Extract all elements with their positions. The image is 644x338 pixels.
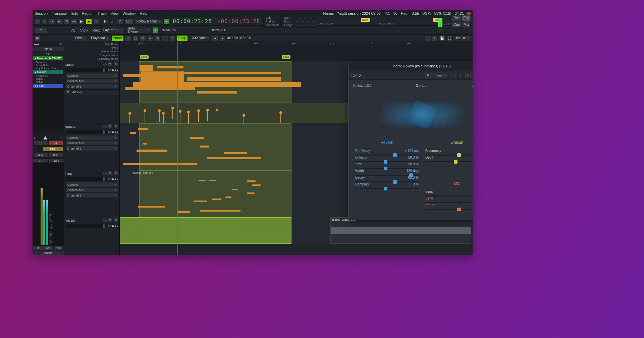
track-select[interactable]: Channel 1 — [65, 193, 118, 198]
foot-post[interactable]: Post — [53, 246, 64, 250]
midi-note[interactable] — [225, 196, 231, 198]
mute-button[interactable]: M — [108, 124, 112, 129]
plugin-param[interactable]: Key Release Noise — [33, 67, 64, 70]
tool-cut[interactable]: ✄ — [140, 35, 146, 41]
record-button[interactable]: ● — [93, 18, 99, 24]
status-audition[interactable]: Audition — [265, 20, 279, 23]
fader[interactable] — [65, 177, 107, 181]
cue-mode-button[interactable]: Cue — [452, 22, 461, 28]
track-select[interactable]: General MIDI — [65, 187, 118, 192]
rec-circle-button[interactable]: ◯ — [33, 141, 48, 146]
snap-button[interactable]: Snap — [177, 35, 188, 41]
plugin-slot[interactable]: ● Fader — [33, 84, 63, 88]
midi-note[interactable] — [247, 180, 256, 182]
loop-marker-start[interactable]: Loop — [140, 55, 149, 59]
track-select[interactable]: Channel 1 — [65, 146, 118, 151]
rec-mode-button[interactable]: Rec — [452, 15, 461, 21]
midi-note[interactable] — [232, 189, 238, 190]
zoom-in-button[interactable]: + — [432, 35, 438, 41]
master-label[interactable]: Master — [33, 250, 64, 255]
mouse-mode-select[interactable]: Mouse — [454, 35, 471, 41]
mute-button[interactable]: M — [108, 62, 112, 67]
menu-help[interactable]: Help — [140, 11, 148, 15]
playlist-button[interactable]: P — [108, 177, 111, 181]
fader[interactable] — [65, 68, 107, 72]
track-select[interactable]: General MIDI — [65, 140, 118, 146]
midi-note[interactable] — [194, 201, 207, 202]
track-lane[interactable]: Take58_vocals-1.16 — [120, 217, 473, 244]
mini-timeline[interactable]: start end 00:00:00:00 00:00:40:00 00:01:… — [319, 18, 450, 25]
solo-button[interactable]: Solo — [49, 153, 63, 158]
midi-note[interactable] — [200, 210, 240, 212]
midi-note[interactable] — [209, 180, 216, 181]
tool-draw[interactable]: ✎ — [155, 35, 161, 41]
disk-button[interactable]: Disk — [43, 147, 63, 152]
param-slider[interactable] — [425, 161, 473, 162]
midi-note[interactable] — [199, 180, 206, 181]
preset-select[interactable]: (none) — [433, 73, 448, 78]
midi-note[interactable] — [130, 132, 136, 134]
menu-region[interactable]: Region — [82, 11, 94, 15]
plugin-preset-name[interactable]: Default — [372, 83, 472, 88]
param-slider[interactable] — [425, 155, 473, 156]
midi-note[interactable] — [187, 77, 281, 81]
velocity-point[interactable] — [243, 114, 245, 117]
automation-button[interactable]: A — [112, 177, 114, 181]
tool-range[interactable]: ⬚ — [132, 35, 139, 41]
group-button[interactable]: G — [115, 177, 118, 181]
in-button[interactable]: In — [49, 141, 63, 146]
midi-note[interactable] — [133, 82, 301, 87]
save-button[interactable]: 💾 — [439, 35, 445, 41]
plugin-param[interactable]: Return — [33, 80, 64, 83]
velocity-lane-header[interactable]: ✕Velocity — [64, 89, 119, 95]
midi-note[interactable] — [125, 87, 195, 90]
goto-start-button[interactable]: |◂ — [49, 18, 55, 24]
status-solo[interactable]: Solo — [265, 16, 279, 19]
midi-note[interactable] — [138, 128, 148, 130]
solo-button[interactable]: S — [113, 171, 118, 176]
mute-button[interactable]: M — [108, 171, 112, 176]
midi-note[interactable] — [157, 66, 183, 68]
mix-mode-button[interactable]: Mix — [462, 22, 471, 28]
tool-audition[interactable]: ♫ — [169, 35, 175, 41]
midi-note[interactable] — [140, 65, 153, 71]
plugin-param[interactable]: Depth — [33, 77, 64, 80]
export-button[interactable]: ⇪ — [458, 73, 463, 78]
rec-arm[interactable] — [103, 125, 107, 128]
fader[interactable] — [65, 224, 107, 228]
edit-point-select[interactable]: Playhead — [89, 35, 110, 41]
grid-select[interactable]: 1/32 Note — [189, 35, 211, 41]
midi-note[interactable] — [143, 143, 147, 145]
pan-control[interactable] — [33, 131, 64, 140]
add-preset-button[interactable]: + — [450, 73, 456, 78]
ruler[interactable]: Loop Loop |12|13|14|15|16|17|18|19 — [120, 42, 473, 61]
menu-session[interactable]: Session — [35, 11, 48, 15]
audio-region[interactable] — [120, 217, 291, 244]
follow-select[interactable]: Follow Range — [135, 18, 162, 24]
menu-window[interactable]: Window — [122, 11, 136, 15]
solo-button[interactable]: S — [113, 124, 118, 129]
midi-note[interactable] — [212, 199, 221, 200]
metronome-button[interactable]: ! — [34, 18, 40, 24]
track-select[interactable]: General MIDI — [65, 78, 118, 83]
automation-button[interactable]: A — [112, 68, 114, 72]
plugin-param[interactable]: Dynamics — [33, 61, 64, 64]
automation-button[interactable]: A — [112, 130, 114, 134]
width-icon[interactable]: ⟷ — [34, 42, 39, 47]
tool-contents[interactable]: ☰ — [162, 35, 168, 41]
midi-note[interactable] — [137, 150, 167, 152]
automation-button[interactable]: A — [112, 224, 114, 228]
edit-mode-select[interactable]: Slide — [73, 35, 88, 41]
menu-view[interactable]: View — [111, 11, 119, 15]
velocity-point[interactable] — [171, 107, 174, 109]
rec-arm[interactable] — [103, 172, 107, 175]
start-marker[interactable]: start — [361, 18, 370, 22]
midi-note[interactable] — [200, 146, 209, 148]
primary-clock[interactable]: 00:00:23:28 — [171, 19, 214, 24]
stop-button[interactable]: ■ — [86, 18, 92, 24]
velocity-point[interactable] — [162, 112, 165, 115]
track-header[interactable]: vocalsMS PAG — [64, 217, 119, 244]
midi-note[interactable] — [247, 192, 255, 194]
loop-button[interactable]: ↻ — [64, 18, 70, 24]
expand-button[interactable]: ⛶ — [446, 35, 452, 41]
